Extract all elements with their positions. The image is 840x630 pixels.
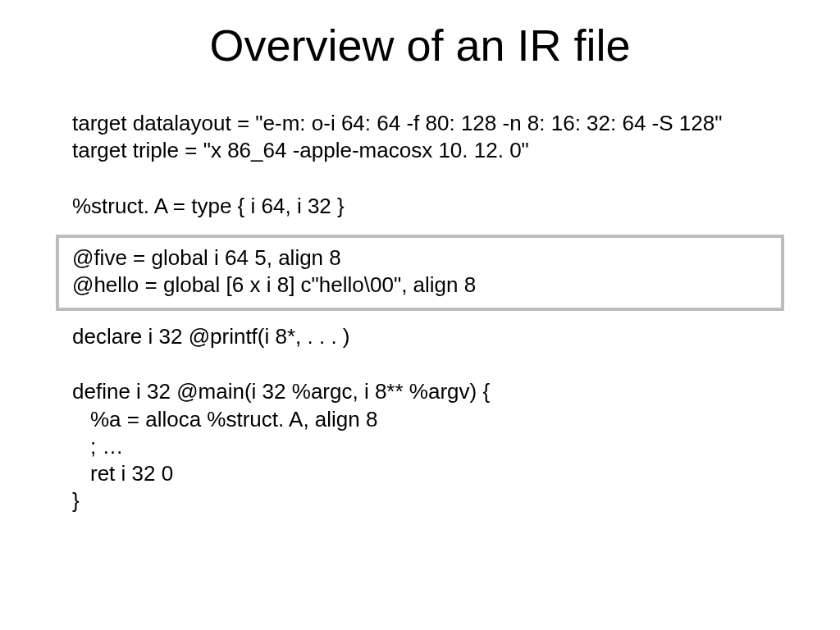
code-body-bottom: declare i 32 @printf(i 8*, . . . ) defin…	[72, 323, 769, 515]
slide: Overview of an IR file target datalayout…	[0, 0, 840, 630]
code-line-hello: @hello = global [6 x i 8] c"hello\00", a…	[72, 272, 768, 299]
code-line-struct: %struct. A = type { i 64, i 32 }	[72, 193, 769, 220]
highlight-box: @five = global i 64 5, align 8 @hello = …	[56, 235, 784, 311]
code-line-five: @five = global i 64 5, align 8	[72, 244, 768, 272]
code-line-ret: ret i 32 0	[72, 460, 769, 487]
code-line-close: }	[72, 487, 769, 514]
code-line-alloca: %a = alloca %struct. A, align 8	[72, 406, 769, 433]
code-line-triple: target triple = "x 86_64 -apple-macosx 1…	[72, 137, 769, 164]
code-line-define: define i 32 @main(i 32 %argc, i 8** %arg…	[72, 378, 769, 405]
code-line-datalayout: target datalayout = "e-m: o-i 64: 64 -f …	[72, 110, 769, 137]
declare-block: declare i 32 @printf(i 8*, . . . )	[72, 323, 769, 350]
code-body-top: target datalayout = "e-m: o-i 64: 64 -f …	[72, 110, 769, 248]
slide-title: Overview of an IR file	[0, 20, 840, 71]
struct-block: %struct. A = type { i 64, i 32 }	[72, 193, 769, 220]
code-line-dots: ; …	[72, 433, 769, 460]
code-line-declare: declare i 32 @printf(i 8*, . . . )	[72, 323, 769, 350]
target-block: target datalayout = "e-m: o-i 64: 64 -f …	[72, 110, 769, 165]
define-block: define i 32 @main(i 32 %argc, i 8** %arg…	[72, 378, 769, 514]
